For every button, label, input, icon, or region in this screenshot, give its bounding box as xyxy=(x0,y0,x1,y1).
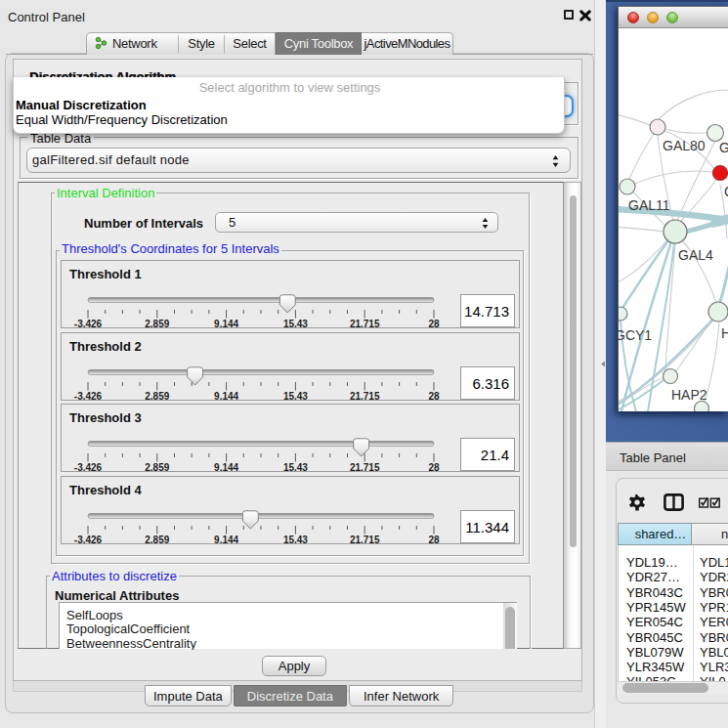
svg-text:HIS4: HIS4 xyxy=(721,325,728,341)
svg-text:GAL80: GAL80 xyxy=(663,138,706,153)
svg-text:GAL11: GAL11 xyxy=(628,197,670,213)
svg-text:GAL: GAL xyxy=(719,140,728,155)
svg-text:GAL4: GAL4 xyxy=(678,247,713,263)
svg-text:GCY1: GCY1 xyxy=(619,327,652,343)
svg-text:CR: CR xyxy=(724,184,728,199)
svg-text:HAP2: HAP2 xyxy=(671,387,707,403)
